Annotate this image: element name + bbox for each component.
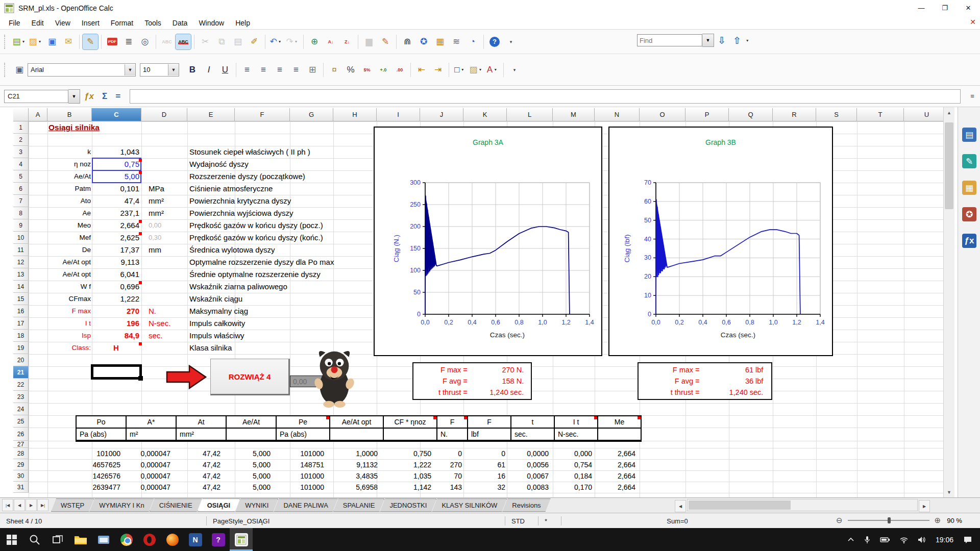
- cell-C14[interactable]: 0,696: [93, 281, 139, 292]
- column-header-D[interactable]: D: [141, 108, 187, 121]
- gallery-icon[interactable]: ▦: [432, 34, 448, 49]
- zoom-slider[interactable]: ⊖ ⊕ 90 %: [836, 513, 968, 528]
- properties-icon[interactable]: ▤: [962, 128, 976, 142]
- styles-icon[interactable]: ✎: [962, 154, 976, 168]
- edit-mode-icon[interactable]: ✎: [83, 34, 98, 49]
- cell-C3[interactable]: 1,043: [93, 146, 139, 158]
- column-header-H[interactable]: H: [333, 108, 377, 121]
- cell-C8[interactable]: 237,1: [93, 207, 139, 219]
- cell-C11[interactable]: 17,37: [93, 244, 139, 256]
- maximize-button[interactable]: ❐: [933, 0, 957, 16]
- scroll-down-icon[interactable]: ▼: [944, 487, 954, 497]
- row-header-24[interactable]: 24: [13, 403, 29, 415]
- tab-next-icon[interactable]: ▶: [26, 499, 37, 511]
- chrome-icon[interactable]: [115, 528, 138, 551]
- find-dropdown-icon[interactable]: ▼: [702, 34, 714, 47]
- page-style[interactable]: PageStyle_OSIĄGI: [207, 517, 505, 525]
- sheet-tab-revisions[interactable]: Revisions: [502, 498, 550, 512]
- tabs-scroll-right-icon[interactable]: ▶: [919, 500, 930, 512]
- column-header-L[interactable]: L: [507, 108, 553, 121]
- borders-icon[interactable]: □▾: [452, 62, 468, 78]
- navigator-icon[interactable]: ✪: [962, 207, 976, 221]
- row-header-10[interactable]: 10: [13, 232, 29, 244]
- row-header-3[interactable]: 3: [13, 146, 29, 158]
- row-header-14[interactable]: 14: [13, 281, 29, 293]
- pdf-export-icon[interactable]: PDF: [105, 34, 120, 49]
- cell-B8[interactable]: Ae: [48, 207, 91, 219]
- row-header-21[interactable]: 21: [13, 366, 29, 379]
- cell-B4[interactable]: η noz: [48, 158, 91, 170]
- vertical-scroll-thumb[interactable]: [945, 122, 953, 209]
- print-preview-icon[interactable]: ◎: [137, 34, 153, 49]
- menu-item-help[interactable]: Help: [230, 17, 256, 29]
- chart-graph-3b[interactable]: Graph 3B0102030405060700,00,20,40,60,81,…: [608, 127, 833, 356]
- find-previous-icon[interactable]: ⇧: [733, 35, 741, 46]
- bold-button[interactable]: B: [185, 62, 200, 78]
- row-header-4[interactable]: 4: [13, 158, 29, 170]
- toolbar-grip[interactable]: [4, 35, 9, 49]
- file-explorer-icon[interactable]: [69, 528, 92, 551]
- functions-icon[interactable]: ƒx: [962, 234, 976, 248]
- row-header-26[interactable]: 26: [13, 428, 29, 441]
- redo-icon-dropdown[interactable]: ▾: [293, 39, 299, 44]
- column-header-E[interactable]: E: [187, 108, 235, 121]
- row-header-6[interactable]: 6: [13, 183, 29, 195]
- column-header-O[interactable]: O: [640, 108, 685, 121]
- column-header-A[interactable]: A: [29, 108, 47, 121]
- tab-prev-icon[interactable]: ◀: [14, 499, 25, 511]
- column-header-R[interactable]: R: [773, 108, 816, 121]
- scroll-up-icon[interactable]: ▲: [944, 107, 954, 118]
- column-header-T[interactable]: T: [857, 108, 904, 121]
- battery-icon[interactable]: [880, 537, 890, 543]
- cell-C17[interactable]: 196: [93, 317, 139, 329]
- app-icon-2[interactable]: N: [184, 528, 207, 551]
- delete-decimal-icon[interactable]: .00: [392, 62, 407, 78]
- grid-corner[interactable]: [13, 108, 29, 121]
- microphone-icon[interactable]: [864, 536, 871, 544]
- chevron-down-icon[interactable]: ▼: [168, 64, 179, 76]
- cell-B19[interactable]: Class:: [48, 342, 91, 354]
- standard-format-icon[interactable]: $%: [359, 62, 375, 78]
- chevron-down-icon[interactable]: ▼: [125, 64, 135, 76]
- vertical-scrollbar[interactable]: ▲ ▼: [943, 107, 954, 497]
- sheet-tab-osiągi[interactable]: OSIĄGI: [198, 498, 240, 512]
- task-view-icon[interactable]: [46, 528, 69, 551]
- sheet-tab-klasy-silników[interactable]: KLASY SILNIKÓW: [432, 498, 507, 512]
- menu-item-window[interactable]: Window: [193, 17, 230, 29]
- tabs-scroll-left-icon[interactable]: ◀: [675, 500, 686, 512]
- chart-graph-3a[interactable]: Graph 3A0501001502002503000,00,20,40,60,…: [374, 127, 602, 356]
- row-header-19[interactable]: 19: [13, 342, 29, 354]
- cell-B3[interactable]: k: [48, 146, 91, 158]
- row-header-12[interactable]: 12: [13, 256, 29, 268]
- name-box[interactable]: C21: [4, 90, 68, 103]
- row-header-7[interactable]: 7: [13, 195, 29, 207]
- openoffice-calc-icon[interactable]: [230, 528, 253, 551]
- undo-icon[interactable]: ↶▾: [268, 34, 284, 49]
- zoom-percent[interactable]: 90 %: [941, 517, 968, 524]
- taskbar-clock[interactable]: 19:06: [936, 536, 953, 544]
- menu-item-edit[interactable]: Edit: [26, 17, 50, 29]
- percent-icon[interactable]: %: [343, 62, 358, 78]
- toolbar-overflow-icon[interactable]: ▾: [503, 34, 519, 49]
- menu-item-tools[interactable]: Tools: [139, 17, 167, 29]
- column-header-F[interactable]: F: [235, 108, 290, 121]
- column-header-B[interactable]: B: [47, 108, 92, 121]
- increase-indent-icon[interactable]: ⇥: [430, 62, 446, 78]
- draw-functions-icon[interactable]: ✎: [378, 34, 393, 49]
- autospellcheck-icon[interactable]: ABC: [176, 34, 191, 49]
- sidebar-toggle-icon[interactable]: ≡: [968, 92, 977, 100]
- horizontal-scrollbar[interactable]: [687, 499, 918, 511]
- tab-last-icon[interactable]: ▶|: [37, 499, 48, 511]
- cell-B1[interactable]: Osiągi silnika: [48, 121, 91, 133]
- undo-icon-dropdown[interactable]: ▾: [277, 39, 283, 44]
- sum-icon[interactable]: Σ: [102, 91, 107, 102]
- add-decimal-icon[interactable]: +.0: [376, 62, 391, 78]
- sum-display[interactable]: Sum=0: [561, 517, 793, 525]
- cell-C6[interactable]: 0,101: [93, 183, 139, 194]
- column-header-P[interactable]: P: [685, 108, 729, 121]
- open-icon-dropdown[interactable]: ▾: [37, 39, 43, 44]
- cell-B14[interactable]: W f: [48, 281, 91, 292]
- close-button[interactable]: ✕: [957, 0, 980, 16]
- row-header-5[interactable]: 5: [13, 170, 29, 183]
- solve-button[interactable]: ROZWIĄŻ 4: [210, 359, 290, 395]
